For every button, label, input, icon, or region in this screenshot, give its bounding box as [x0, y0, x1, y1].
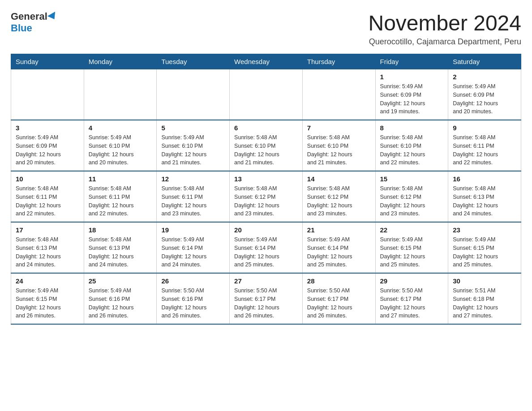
day-header-monday: Monday [84, 54, 157, 69]
logo: General Blue [11, 11, 58, 34]
day-number: 22 [380, 226, 444, 234]
calendar-cell [302, 69, 375, 120]
calendar-cell: 26Sunrise: 5:50 AM Sunset: 6:16 PM Dayli… [157, 273, 230, 324]
week-row-3: 10Sunrise: 5:48 AM Sunset: 6:11 PM Dayli… [11, 171, 521, 222]
day-info: Sunrise: 5:49 AM Sunset: 6:15 PM Dayligh… [16, 287, 79, 320]
day-info: Sunrise: 5:48 AM Sunset: 6:12 PM Dayligh… [234, 184, 298, 218]
day-info: Sunrise: 5:48 AM Sunset: 6:10 PM Dayligh… [380, 133, 444, 167]
day-info: Sunrise: 5:49 AM Sunset: 6:14 PM Dayligh… [307, 235, 371, 269]
calendar-cell: 16Sunrise: 5:48 AM Sunset: 6:13 PM Dayli… [448, 171, 521, 222]
month-title: November 2024 [368, 11, 521, 35]
calendar-cell: 18Sunrise: 5:48 AM Sunset: 6:13 PM Dayli… [84, 222, 157, 273]
day-info: Sunrise: 5:49 AM Sunset: 6:14 PM Dayligh… [234, 235, 298, 269]
day-number: 6 [234, 124, 298, 132]
day-number: 20 [234, 226, 298, 234]
logo-arrow-icon [47, 12, 58, 21]
page-header: General Blue November 2024 Querocotillo,… [11, 11, 521, 47]
day-info: Sunrise: 5:50 AM Sunset: 6:16 PM Dayligh… [161, 287, 225, 320]
day-number: 11 [89, 175, 152, 183]
week-row-2: 3Sunrise: 5:49 AM Sunset: 6:09 PM Daylig… [11, 120, 521, 171]
day-info: Sunrise: 5:48 AM Sunset: 6:13 PM Dayligh… [89, 235, 152, 269]
day-number: 4 [89, 124, 152, 132]
day-number: 18 [89, 226, 152, 234]
day-number: 27 [234, 277, 298, 285]
week-row-5: 24Sunrise: 5:49 AM Sunset: 6:15 PM Dayli… [11, 273, 521, 324]
calendar-cell: 8Sunrise: 5:48 AM Sunset: 6:10 PM Daylig… [375, 120, 448, 171]
calendar-cell: 15Sunrise: 5:48 AM Sunset: 6:12 PM Dayli… [375, 171, 448, 222]
day-number: 26 [161, 277, 225, 285]
day-info: Sunrise: 5:49 AM Sunset: 6:09 PM Dayligh… [453, 82, 516, 116]
calendar-cell: 1Sunrise: 5:49 AM Sunset: 6:09 PM Daylig… [375, 69, 448, 120]
day-header-friday: Friday [375, 54, 448, 69]
logo-general-text: General [11, 11, 47, 22]
day-info: Sunrise: 5:49 AM Sunset: 6:09 PM Dayligh… [380, 82, 444, 116]
day-info: Sunrise: 5:48 AM Sunset: 6:12 PM Dayligh… [307, 184, 371, 218]
day-info: Sunrise: 5:49 AM Sunset: 6:14 PM Dayligh… [161, 235, 225, 269]
calendar-cell: 9Sunrise: 5:48 AM Sunset: 6:11 PM Daylig… [448, 120, 521, 171]
day-headers-row: SundayMondayTuesdayWednesdayThursdayFrid… [11, 54, 521, 69]
calendar-cell: 10Sunrise: 5:48 AM Sunset: 6:11 PM Dayli… [11, 171, 84, 222]
day-info: Sunrise: 5:50 AM Sunset: 6:17 PM Dayligh… [234, 287, 298, 320]
day-number: 13 [234, 175, 298, 183]
calendar-cell: 2Sunrise: 5:49 AM Sunset: 6:09 PM Daylig… [448, 69, 521, 120]
day-header-saturday: Saturday [448, 54, 521, 69]
day-header-thursday: Thursday [302, 54, 375, 69]
day-number: 2 [453, 73, 516, 81]
day-info: Sunrise: 5:48 AM Sunset: 6:11 PM Dayligh… [161, 184, 225, 218]
day-info: Sunrise: 5:49 AM Sunset: 6:15 PM Dayligh… [453, 235, 516, 269]
calendar-cell: 11Sunrise: 5:48 AM Sunset: 6:11 PM Dayli… [84, 171, 157, 222]
calendar-cell: 22Sunrise: 5:49 AM Sunset: 6:15 PM Dayli… [375, 222, 448, 273]
calendar-cell: 14Sunrise: 5:48 AM Sunset: 6:12 PM Dayli… [302, 171, 375, 222]
day-info: Sunrise: 5:49 AM Sunset: 6:10 PM Dayligh… [89, 133, 152, 167]
day-number: 25 [89, 277, 152, 285]
day-info: Sunrise: 5:49 AM Sunset: 6:09 PM Dayligh… [16, 133, 79, 167]
calendar-body: 1Sunrise: 5:49 AM Sunset: 6:09 PM Daylig… [11, 69, 521, 325]
day-number: 7 [307, 124, 371, 132]
day-info: Sunrise: 5:48 AM Sunset: 6:10 PM Dayligh… [307, 133, 371, 167]
day-number: 9 [453, 124, 516, 132]
calendar-cell: 23Sunrise: 5:49 AM Sunset: 6:15 PM Dayli… [448, 222, 521, 273]
week-row-4: 17Sunrise: 5:48 AM Sunset: 6:13 PM Dayli… [11, 222, 521, 273]
day-info: Sunrise: 5:48 AM Sunset: 6:11 PM Dayligh… [89, 184, 152, 218]
calendar-cell: 29Sunrise: 5:50 AM Sunset: 6:17 PM Dayli… [375, 273, 448, 324]
day-number: 10 [16, 175, 79, 183]
day-number: 8 [380, 124, 444, 132]
calendar-table: SundayMondayTuesdayWednesdayThursdayFrid… [11, 54, 521, 325]
calendar-cell [230, 69, 303, 120]
day-header-wednesday: Wednesday [230, 54, 303, 69]
day-number: 28 [307, 277, 371, 285]
calendar-cell: 7Sunrise: 5:48 AM Sunset: 6:10 PM Daylig… [302, 120, 375, 171]
day-number: 15 [380, 175, 444, 183]
calendar-cell: 3Sunrise: 5:49 AM Sunset: 6:09 PM Daylig… [11, 120, 84, 171]
day-number: 16 [453, 175, 516, 183]
calendar-cell: 21Sunrise: 5:49 AM Sunset: 6:14 PM Dayli… [302, 222, 375, 273]
day-number: 21 [307, 226, 371, 234]
calendar-cell: 5Sunrise: 5:49 AM Sunset: 6:10 PM Daylig… [157, 120, 230, 171]
day-number: 1 [380, 73, 444, 81]
calendar-cell: 27Sunrise: 5:50 AM Sunset: 6:17 PM Dayli… [230, 273, 303, 324]
calendar-cell: 19Sunrise: 5:49 AM Sunset: 6:14 PM Dayli… [157, 222, 230, 273]
week-row-1: 1Sunrise: 5:49 AM Sunset: 6:09 PM Daylig… [11, 69, 521, 120]
calendar-cell: 25Sunrise: 5:49 AM Sunset: 6:16 PM Dayli… [84, 273, 157, 324]
day-number: 24 [16, 277, 79, 285]
day-info: Sunrise: 5:48 AM Sunset: 6:13 PM Dayligh… [453, 184, 516, 218]
day-number: 5 [161, 124, 225, 132]
calendar-cell: 24Sunrise: 5:49 AM Sunset: 6:15 PM Dayli… [11, 273, 84, 324]
day-info: Sunrise: 5:51 AM Sunset: 6:18 PM Dayligh… [453, 287, 516, 320]
day-number: 14 [307, 175, 371, 183]
day-info: Sunrise: 5:50 AM Sunset: 6:17 PM Dayligh… [307, 287, 371, 320]
calendar-cell: 12Sunrise: 5:48 AM Sunset: 6:11 PM Dayli… [157, 171, 230, 222]
calendar-header: SundayMondayTuesdayWednesdayThursdayFrid… [11, 54, 521, 69]
calendar-cell [11, 69, 84, 120]
calendar-cell: 20Sunrise: 5:49 AM Sunset: 6:14 PM Dayli… [230, 222, 303, 273]
day-number: 19 [161, 226, 225, 234]
day-info: Sunrise: 5:48 AM Sunset: 6:11 PM Dayligh… [453, 133, 516, 167]
calendar-cell: 13Sunrise: 5:48 AM Sunset: 6:12 PM Dayli… [230, 171, 303, 222]
calendar-cell: 6Sunrise: 5:48 AM Sunset: 6:10 PM Daylig… [230, 120, 303, 171]
calendar-cell: 30Sunrise: 5:51 AM Sunset: 6:18 PM Dayli… [448, 273, 521, 324]
day-header-sunday: Sunday [11, 54, 84, 69]
day-number: 17 [16, 226, 79, 234]
logo-blue-text: Blue [11, 22, 32, 34]
day-number: 3 [16, 124, 79, 132]
calendar-cell: 28Sunrise: 5:50 AM Sunset: 6:17 PM Dayli… [302, 273, 375, 324]
